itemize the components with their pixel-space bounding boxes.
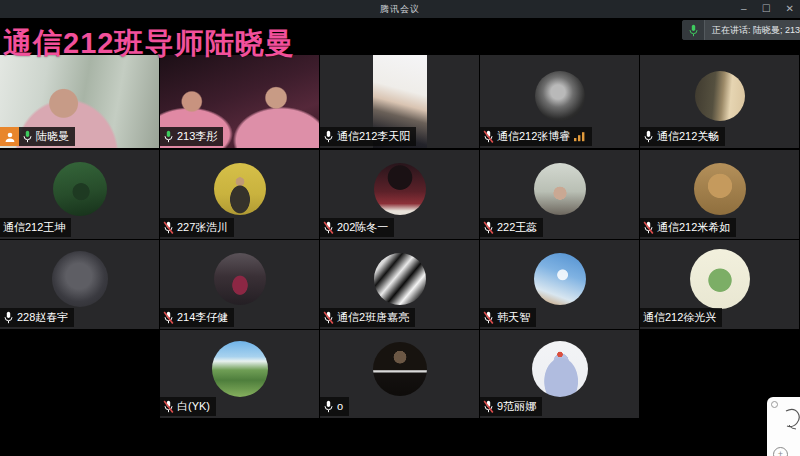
- window-controls: – ☐ ✕: [741, 0, 794, 18]
- speaking-banner: 正在讲话: 陆晓曼; 213李: [682, 20, 800, 40]
- participant-label: 213李彤: [160, 127, 223, 146]
- label-bar: 222王蕊: [480, 218, 543, 237]
- participant-tile[interactable]: o: [320, 330, 479, 418]
- label-bar: 白(YK): [160, 397, 216, 416]
- window-titlebar: 腾讯会议 – ☐ ✕: [0, 0, 800, 18]
- speaking-banner-text: 正在讲话: 陆晓曼; 213李: [705, 24, 800, 37]
- label-bar: 通信212李天阳: [320, 127, 416, 146]
- participant-name: 通信2班唐嘉亮: [337, 310, 409, 325]
- label-bar: 9范丽娜: [480, 397, 542, 416]
- participant-tile[interactable]: 通信2班唐嘉亮: [320, 240, 479, 329]
- participant-label: 通信212李天阳: [320, 127, 416, 146]
- participant-name: 202陈冬一: [337, 220, 388, 235]
- avatar: [53, 162, 107, 216]
- participant-tile[interactable]: 通信212米希如: [640, 150, 799, 239]
- avatar: [695, 71, 745, 121]
- label-bar: 通信2班唐嘉亮: [320, 308, 415, 327]
- participant-tile[interactable]: 通信212关畅: [640, 55, 799, 148]
- mic-muted-icon: [163, 221, 174, 234]
- participant-name: 通信212米希如: [657, 220, 730, 235]
- participant-label: 韩天智: [480, 308, 536, 327]
- participant-label: 通信212米希如: [640, 218, 736, 237]
- mic-muted-icon: [483, 130, 494, 143]
- participant-label: o: [320, 397, 349, 416]
- label-bar: 202陈冬一: [320, 218, 394, 237]
- participant-label: 228赵春宇: [0, 308, 74, 327]
- avatar: [694, 163, 746, 215]
- floating-sticker-card[interactable]: +: [767, 397, 800, 456]
- participant-tile[interactable]: 202陈冬一: [320, 150, 479, 239]
- avatar: [532, 341, 588, 397]
- participant-tile[interactable]: 通信212徐光兴: [640, 240, 799, 329]
- avatar: [373, 342, 427, 396]
- mic-muted-icon: [483, 221, 494, 234]
- participant-tile[interactable]: 227张浩川: [160, 150, 319, 239]
- participant-name: 227张浩川: [177, 220, 228, 235]
- participant-name: 214李仔健: [177, 310, 228, 325]
- window-title: 腾讯会议: [380, 3, 420, 16]
- avatar: [52, 251, 108, 307]
- mic-icon: [3, 311, 14, 324]
- mic-muted-icon: [163, 400, 174, 413]
- participant-tile[interactable]: 214李仔健: [160, 240, 319, 329]
- avatar: [212, 341, 268, 397]
- label-bar: 通信212张博睿: [480, 127, 592, 146]
- participant-label: 陆晓曼: [0, 127, 75, 146]
- participant-name: 白(YK): [177, 399, 210, 414]
- participant-tile[interactable]: 陆晓曼: [0, 55, 159, 148]
- mic-muted-icon: [483, 311, 494, 324]
- label-bar: 通信212王坤: [0, 218, 71, 237]
- participant-tile[interactable]: 通信212王坤: [0, 150, 159, 239]
- avatar: [374, 253, 426, 305]
- avatar: [535, 71, 585, 121]
- participant-name: 213李彤: [177, 129, 217, 144]
- participant-label: 通信212张博睿: [480, 127, 592, 146]
- participant-name: 通信212王坤: [3, 220, 65, 235]
- mic-muted-icon: [643, 221, 654, 234]
- mic-muted-icon: [323, 311, 334, 324]
- participant-label: 222王蕊: [480, 218, 543, 237]
- participant-tile[interactable]: 222王蕊: [480, 150, 639, 239]
- participant-label: 9范丽娜: [480, 397, 542, 416]
- participant-label: 白(YK): [160, 397, 216, 416]
- mic-icon: [323, 400, 334, 413]
- participant-name: o: [337, 399, 343, 414]
- host-badge-icon: [0, 127, 19, 146]
- participant-tile[interactable]: 9范丽娜: [480, 330, 639, 418]
- label-bar: 通信212关畅: [640, 127, 725, 146]
- participant-tile[interactable]: 228赵春宇: [0, 240, 159, 329]
- participant-label: 227张浩川: [160, 218, 234, 237]
- participant-label: 通信212徐光兴: [640, 308, 722, 327]
- participant-tile[interactable]: 韩天智: [480, 240, 639, 329]
- mic-muted-icon: [323, 221, 334, 234]
- participant-label: 214李仔健: [160, 308, 234, 327]
- close-icon[interactable]: ✕: [786, 0, 794, 18]
- signal-strength-icon: [573, 131, 586, 142]
- avatar: [690, 249, 750, 309]
- participant-name: 韩天智: [497, 310, 530, 325]
- participant-name: 通信212关畅: [657, 129, 719, 144]
- meeting-overlay-title: 通信212班导师陆晓曼: [3, 24, 294, 64]
- participant-tile[interactable]: 213李彤: [160, 55, 319, 148]
- maximize-icon[interactable]: ☐: [762, 0, 771, 18]
- participant-name: 228赵春宇: [17, 310, 68, 325]
- mic-icon: [643, 130, 654, 143]
- label-bar: 227张浩川: [160, 218, 234, 237]
- participant-tile[interactable]: 通信212张博睿: [480, 55, 639, 148]
- label-bar: o: [320, 397, 349, 416]
- label-bar: 韩天智: [480, 308, 536, 327]
- avatar: [214, 253, 266, 305]
- participant-name: 通信212张博睿: [497, 129, 570, 144]
- label-bar: 214李仔健: [160, 308, 234, 327]
- participant-tile[interactable]: 通信212李天阳: [320, 55, 479, 148]
- label-bar: 213李彤: [160, 127, 223, 146]
- participant-tile[interactable]: 白(YK): [160, 330, 319, 418]
- mic-icon: [323, 130, 334, 143]
- minimize-icon[interactable]: –: [741, 0, 747, 18]
- speaking-mic-icon: [682, 20, 705, 40]
- avatar: [534, 253, 586, 305]
- participant-name: 通信212李天阳: [337, 129, 410, 144]
- label-bar: 228赵春宇: [0, 308, 74, 327]
- meeting-canvas: 通信212班导师陆晓曼 正在讲话: 陆晓曼; 213李 陆晓曼213李彤通信21…: [0, 18, 800, 456]
- avatar: [374, 163, 426, 215]
